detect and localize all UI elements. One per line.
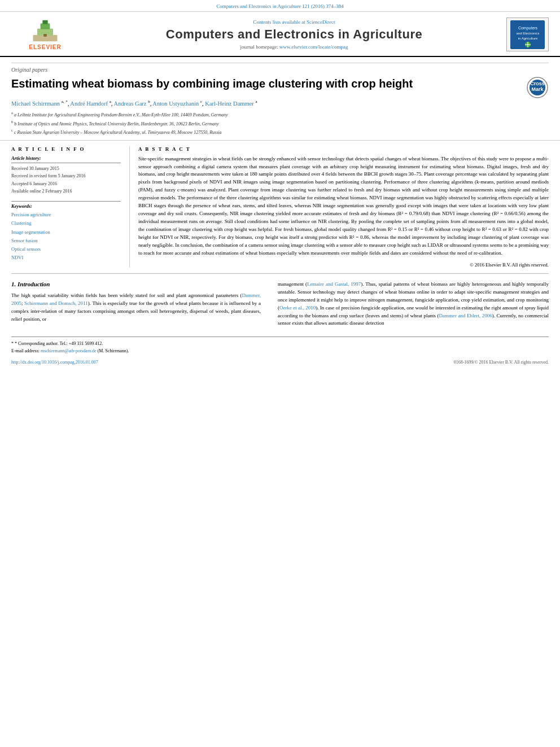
issn-text: 0168-1699/© 2016 Elsevier B.V. All right… [454,360,549,365]
elsevier-logo: ELSEVIER [11,19,79,50]
affiliation-a: a a Leibniz Institute for Agricultural E… [11,110,549,119]
contents-available-text: Contents lists available at [253,19,307,25]
article-history-block: Article history: Received 30 January 201… [11,155,121,195]
introduction-section: 1. Introduction The high spatial variabi… [0,274,560,337]
revised-date: Received in revised form 5 January 2016 [11,172,121,180]
ref-lemaire-gastal[interactable]: Lemaire and Gastal, 1997 [307,281,361,287]
keyword-sensor-fusion[interactable]: Sensor fusion [11,237,121,245]
abstract-col: A B S T R A C T Site-specific management… [130,146,549,268]
author-ustyuzhanin[interactable]: Anton Ustyuzhanin [152,101,199,107]
svg-text:Cross: Cross [530,81,545,86]
copyright-line: © 2016 Elsevier B.V. All rights reserved… [138,262,549,268]
svg-rect-2 [41,23,50,29]
section-number: 1. [11,281,16,287]
available-date: Available online 2 February 2016 [11,187,121,195]
keyword-optical-sensors[interactable]: Optical sensors [11,245,121,254]
title-crossmark-area: Estimating wheat biomass by combining im… [11,76,549,99]
svg-text:Mark: Mark [531,86,544,92]
ref-oerke-2010[interactable]: Oerke et al., 2010 [279,305,316,311]
footnote-email-name: (M. Schirrmann). [98,348,129,353]
svg-text:Computers: Computers [518,26,538,30]
article-title-block: Estimating wheat biomass by combining im… [11,76,520,95]
info-dates: Received 30 January 2015 Received in rev… [11,163,121,195]
journal-title: Computers and Electronics in Agriculture [166,27,422,42]
article-type: Original papers [11,63,549,73]
journal-logo-icon: Computers and Electronics in Agriculture [509,19,546,50]
elsevier-logo-area: ELSEVIER [11,18,90,51]
accepted-date: Accepted 6 January 2016 [11,180,121,188]
author-garz[interactable]: Andreas Garz [113,101,146,107]
abstract-heading: A B S T R A C T [138,146,549,152]
svg-rect-4 [43,34,47,37]
author-dammer[interactable]: Karl-Heinz Dammer [205,101,254,107]
intro-left-col: 1. Introduction The high spatial variabi… [11,281,269,331]
article-info-heading-text: A R T I C L E I N F O [11,146,85,152]
keyword-clustering[interactable]: Clustering [11,219,121,228]
ref-schirrmann-domsch[interactable]: Schirrmann and Domsch, 2011 [24,300,88,306]
aff-b-sup: b [148,99,150,104]
abstract-text: Site-specific management strategies in w… [138,155,549,257]
affiliation-b: b b Institute of Optics and Atomic Physi… [11,119,549,128]
homepage-url[interactable]: www.elsevier.com/locate/compag [279,44,348,50]
elsevier-tree-icon [31,19,59,43]
keyword-image-segmentation[interactable]: Image segmentation [11,228,121,237]
article-info-heading: A R T I C L E I N F O [11,146,121,152]
keywords-label: Keywords: [11,201,121,209]
journal-right-logo: Computers and Electronics in Agriculture [506,18,549,51]
aff-a3-sup: a [255,99,257,104]
citation-text: Computers and Electronics in Agriculture… [216,3,344,9]
homepage-label: journal homepage: [240,44,278,50]
crossmark-icon: Cross Mark [526,76,549,99]
ref-dammer-ehlert[interactable]: Dammer and Ehlert, 2006 [439,313,492,318]
footnote-email[interactable]: mschirrmann@atb-potsdam.de [41,348,97,353]
doi-link[interactable]: http://dx.doi.org/10.1016/j.compag.2016.… [11,360,98,365]
sciencedirect-link[interactable]: Contents lists available at ScienceDirec… [253,19,335,25]
article-section: Original papers Estimating wheat biomass… [0,57,560,137]
two-col-section: A R T I C L E I N F O Article history: R… [0,140,560,273]
footnote-corresponding: * * Corresponding author. Tel.: +49 331 … [11,340,549,348]
aff-c-sup: c [200,99,202,104]
keyword-precision-agriculture[interactable]: Precision agriculture [11,211,121,219]
aff-a2-sup: a [110,99,111,104]
aff-a-sup: a, [62,99,64,104]
section-title: Introduction [18,281,50,287]
article-title: Estimating wheat biomass by combining im… [11,76,520,91]
journal-homepage: journal homepage: www.elsevier.com/locat… [240,44,348,50]
footnote-email-line: E-mail address: mschirrmann@atb-potsdam.… [11,348,549,355]
affiliation-c: c c Russian State Agrarian University – … [11,128,549,136]
history-label: Article history: [11,155,121,161]
svg-text:and Electronics: and Electronics [516,32,539,35]
abstract-heading-text: A B S T R A C T [138,146,191,152]
received-date: Received 30 January 2015 [11,165,121,173]
author-hamdorf[interactable]: André Hamdorf [70,101,108,107]
journal-header-center: Contents lists available at ScienceDirec… [90,18,498,51]
keywords-block: Keywords: Precision agriculture Clusteri… [11,201,121,263]
top-citation-bar: Computers and Electronics in Agriculture… [0,0,560,12]
page-footer: http://dx.doi.org/10.1016/j.compag.2016.… [0,357,560,367]
author-schirrmann[interactable]: Michael Schirrmann [11,101,60,107]
intro-right-text: management (Lemaire and Gastal, 1997). T… [278,281,549,328]
svg-rect-3 [42,20,47,24]
journal-header-right: Computers and Electronics in Agriculture [498,18,549,51]
crossmark-badge[interactable]: Cross Mark [526,76,549,99]
journal-header: ELSEVIER Contents lists available at Sci… [0,12,560,57]
footnote-area: * * Corresponding author. Tel.: +49 331 … [11,337,549,357]
affiliations: a a Leibniz Institute for Agricultural E… [11,110,549,136]
intro-title: 1. Introduction [11,281,261,287]
elsevier-wordmark: ELSEVIER [29,44,61,50]
page-wrapper: Computers and Electronics in Agriculture… [0,0,560,747]
article-info-col: A R T I C L E I N F O Article history: R… [11,146,130,268]
svg-text:in Agriculture: in Agriculture [518,37,538,40]
corresponding-sup: * [65,99,68,104]
intro-right-col: management (Lemaire and Gastal, 1997). T… [269,281,549,331]
keywords-list: Precision agriculture Clustering Image s… [11,211,121,263]
keyword-ndvi[interactable]: NDVI [11,254,121,262]
footnote-corresponding-text: * Corresponding author. Tel.: +49 331 56… [15,341,103,346]
sciencedirect-anchor[interactable]: ScienceDirect [307,19,335,25]
authors-line: Michael Schirrmann a, *, André Hamdorf a… [11,99,549,108]
email-label: E-mail address: [11,348,40,353]
intro-left-text: The high spatial variability within fiel… [11,292,261,324]
